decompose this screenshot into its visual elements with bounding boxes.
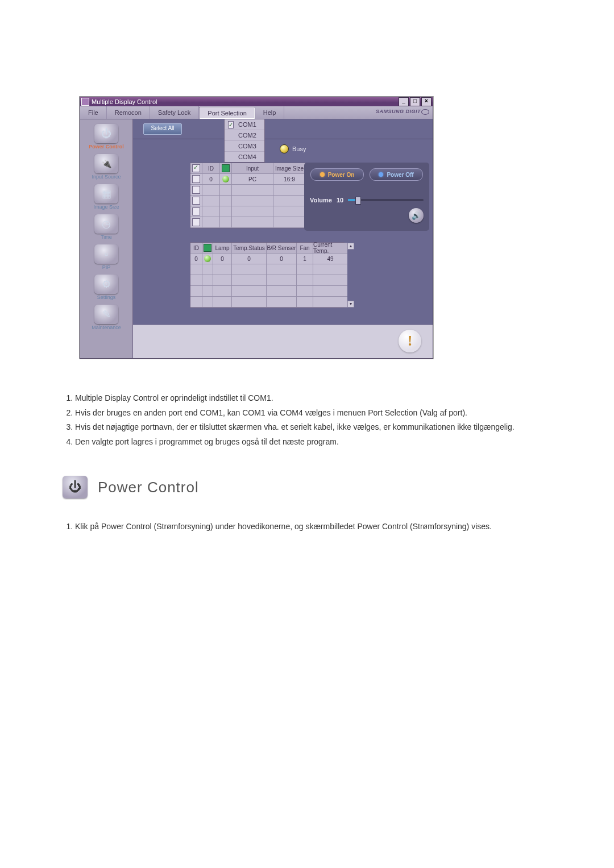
menubar: File Remocon Safety Lock Port Selection … [80,106,433,119]
volume-slider[interactable] [348,199,424,201]
power-control-panel: Power On Power Off Volume 10 🔊 [304,163,429,231]
status-bar: ! [133,325,433,358]
status-grid[interactable]: ID Lamp Temp.Status B/R Senser Fan Curre… [190,242,345,308]
input-source-icon: 🔌 [94,154,118,173]
row-checkbox[interactable] [192,207,200,215]
volume-label: Volume [310,197,332,203]
sidebar: ⏻ Power Control 🔌 Input Source ▦ Image S… [80,119,133,358]
scroll-up-icon[interactable]: ▴ [347,243,354,250]
maintenance-icon: ✎ [94,305,118,324]
sidebar-item-time[interactable]: ◷ Time [80,213,132,243]
sidebar-item-input-source[interactable]: 🔌 Input Source [80,153,132,183]
app-icon [81,98,89,106]
list-item: Den valgte port lagres i programmet og b… [75,437,563,448]
sidebar-item-settings[interactable]: ⚙ Settings [80,273,132,304]
list-item: Multiple Display Control er oprindeligt … [75,393,563,404]
sidebar-item-maintenance[interactable]: ✎ Maintenance [80,304,132,334]
window-title: Multiple Display Control [92,98,157,105]
speaker-icon[interactable]: 🔊 [409,208,424,223]
sidebar-item-power-control[interactable]: ⏻ Power Control [80,123,132,153]
busy-label: Busy [292,146,306,152]
section-heading: ⏻ Power Control [63,476,614,499]
port-selection-dropdown[interactable]: COM1 COM2 COM3 COM4 [224,119,265,163]
doc-numbered-list-2: Klik på Power Control (Strømforsyning) u… [63,521,563,533]
row-checkbox[interactable] [192,197,200,205]
scroll-down-icon[interactable]: ▾ [347,301,354,308]
power-on-button[interactable]: Power On [310,168,364,181]
status-header-icon [204,244,211,252]
power-off-button[interactable]: Power Off [370,168,423,181]
main-area: Select All Busy ID Input Image Size [133,119,433,358]
minimize-button[interactable]: _ [399,97,409,106]
table-row[interactable]: 0 0 0 0 1 49 [190,254,347,264]
select-all-checkbox[interactable] [192,164,200,172]
menu-safety-lock[interactable]: Safety Lock [150,106,199,119]
port-option-com4[interactable]: COM4 [225,152,264,162]
col-id: ID [202,163,220,174]
table-row[interactable] [190,264,347,275]
pip-icon: ▫ [94,244,118,264]
table-row[interactable] [190,286,347,297]
power-icon: ⏻ [63,476,88,499]
table-row[interactable] [190,297,347,308]
list-item: Hvis det nøjagtige portnavn, der er tils… [75,422,563,433]
section-title: Power Control [98,479,199,496]
table-row[interactable] [190,275,347,286]
row-checkbox[interactable] [192,218,200,226]
alert-icon: ! [399,330,421,352]
list-item: Hvis der bruges en anden port end COM1, … [75,408,563,419]
status-dot-icon [222,176,229,182]
menu-port-selection[interactable]: Port Selection [199,107,255,119]
clock-icon: ◷ [94,214,118,234]
row-checkbox[interactable] [192,186,200,194]
image-size-icon: ▦ [94,184,118,203]
app-window: Multiple Display Control _ □ × File Remo… [80,97,433,359]
status-dot-icon [204,255,211,262]
menu-help[interactable]: Help [255,106,285,119]
titlebar: Multiple Display Control _ □ × [80,97,433,106]
led-off-icon [379,172,383,177]
select-all-button[interactable]: Select All [143,123,182,135]
sidebar-item-image-size[interactable]: ▦ Image Size [80,183,132,213]
port-option-com3[interactable]: COM3 [225,141,264,152]
maximize-button[interactable]: □ [410,97,420,106]
port-option-com1[interactable]: COM1 [225,119,264,130]
volume-value: 10 [337,197,343,203]
list-item: Klik på Power Control (Strømforsyning) u… [75,521,563,533]
close-button[interactable]: × [421,97,432,106]
busy-indicator: Busy [280,144,306,153]
col-input: Input [232,163,273,174]
power-icon: ⏻ [94,124,118,143]
status-header-icon [222,164,230,172]
port-option-com2[interactable]: COM2 [225,130,264,141]
doc-numbered-list: Multiple Display Control er oprindeligt … [63,393,563,447]
slider-handle[interactable] [355,197,361,205]
top-strip: Select All [133,119,433,139]
brand-logo: SAMSUNG DIGIT [376,109,429,115]
led-on-icon [320,172,325,177]
row-checkbox[interactable] [192,175,200,183]
col-image-size: Image Size [273,163,306,174]
col-status [220,163,232,174]
gear-icon: ⚙ [94,275,118,294]
sidebar-item-pip[interactable]: ▫ PIP [80,243,132,273]
menu-file[interactable]: File [80,106,107,119]
menu-remocon[interactable]: Remocon [107,106,150,119]
busy-dot-icon [280,144,289,153]
check-icon [228,121,234,128]
